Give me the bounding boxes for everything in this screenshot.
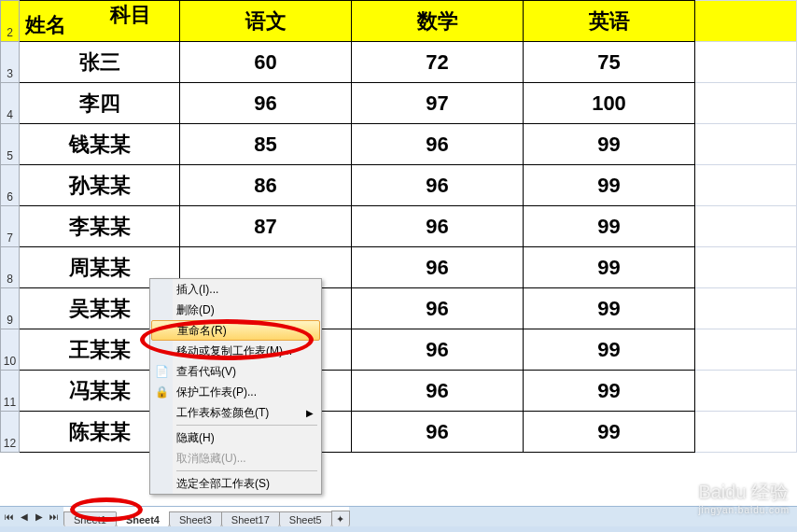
cell-name[interactable]: 李四 bbox=[20, 83, 180, 124]
sheet-tab[interactable]: Sheet5 bbox=[279, 511, 332, 527]
cell-value[interactable]: 96 bbox=[352, 247, 524, 288]
cell-value[interactable]: 85 bbox=[180, 124, 352, 165]
empty-cell[interactable] bbox=[695, 1, 797, 42]
row-header[interactable]: 11 bbox=[1, 371, 20, 412]
menu-label: 查看代码(V) bbox=[176, 364, 236, 380]
menu-item-rename[interactable]: 重命名(R) bbox=[151, 320, 320, 341]
worksheet-grid[interactable]: 2 科目 姓名 语文 数学 英语 3 张三 60 72 75 4 李四 96 9… bbox=[0, 0, 797, 453]
cell-value[interactable]: 96 bbox=[352, 371, 524, 412]
cell-value[interactable]: 96 bbox=[352, 412, 524, 453]
menu-item-delete[interactable]: 删除(D) bbox=[150, 300, 321, 320]
empty-cell[interactable] bbox=[695, 206, 797, 247]
column-header-shuxue[interactable]: 数学 bbox=[352, 1, 524, 42]
menu-item-protect[interactable]: 🔒 保护工作表(P)... bbox=[150, 382, 321, 402]
cell-value[interactable]: 99 bbox=[524, 412, 695, 453]
empty-cell[interactable] bbox=[695, 288, 797, 329]
cell-value[interactable]: 87 bbox=[180, 206, 352, 247]
menu-label: 选定全部工作表(S) bbox=[176, 476, 270, 492]
empty-cell[interactable] bbox=[695, 329, 797, 371]
empty-cell[interactable] bbox=[695, 42, 797, 83]
tab-nav-next-icon[interactable]: ▶ bbox=[32, 510, 47, 525]
header-cell-diagonal[interactable]: 科目 姓名 bbox=[20, 1, 180, 42]
cell-value[interactable]: 99 bbox=[524, 288, 695, 329]
menu-item-view-code[interactable]: 📄 查看代码(V) bbox=[150, 361, 321, 382]
empty-cell[interactable] bbox=[695, 247, 797, 288]
empty-cell[interactable] bbox=[695, 83, 797, 124]
cell-name[interactable]: 钱某某 bbox=[20, 124, 180, 165]
cell-value[interactable]: 75 bbox=[524, 42, 695, 83]
sheet-tab-active[interactable]: Sheet4 bbox=[116, 511, 170, 527]
watermark-brand: Baidu 经验 bbox=[698, 482, 789, 502]
header-subject-label: 科目 bbox=[110, 1, 151, 29]
row-header[interactable]: 10 bbox=[1, 329, 20, 371]
menu-label: 保护工作表(P)... bbox=[176, 385, 257, 400]
sheet-tab[interactable]: Sheet1 bbox=[63, 511, 117, 527]
code-icon: 📄 bbox=[154, 364, 169, 379]
cell-value[interactable]: 99 bbox=[524, 371, 695, 412]
menu-label: 隐藏(H) bbox=[176, 430, 215, 446]
sheet-tab-context-menu: 插入(I)... 删除(D) 重命名(R) 移动或复制工作表(M)... 📄 查… bbox=[149, 278, 322, 495]
row-header[interactable]: 12 bbox=[1, 412, 20, 453]
empty-cell[interactable] bbox=[695, 124, 797, 165]
row-header[interactable]: 6 bbox=[1, 165, 20, 206]
tab-nav-last-icon[interactable]: ⏭ bbox=[47, 510, 62, 525]
menu-label: 移动或复制工作表(M)... bbox=[176, 343, 292, 359]
row-header[interactable]: 8 bbox=[1, 247, 20, 288]
column-header-yingyu[interactable]: 英语 bbox=[524, 1, 695, 42]
menu-item-unhide: 取消隐藏(U)... bbox=[150, 448, 321, 469]
empty-cell[interactable] bbox=[695, 412, 797, 453]
cell-value[interactable]: 100 bbox=[524, 83, 695, 124]
cell-name[interactable]: 张三 bbox=[20, 42, 180, 83]
new-sheet-tab-icon[interactable]: ✦ bbox=[331, 511, 350, 527]
cell-value[interactable]: 96 bbox=[352, 206, 524, 247]
cell-value[interactable]: 97 bbox=[352, 83, 524, 124]
cell-value[interactable]: 96 bbox=[352, 329, 524, 371]
sheet-tab[interactable]: Sheet17 bbox=[221, 511, 280, 527]
menu-item-hide[interactable]: 隐藏(H) bbox=[150, 427, 321, 448]
row-header[interactable]: 3 bbox=[1, 42, 20, 83]
sheet-tabs: Sheet1 Sheet4 Sheet3 Sheet17 Sheet5 ✦ bbox=[63, 507, 349, 526]
cell-value[interactable]: 96 bbox=[352, 288, 524, 329]
menu-label: 删除(D) bbox=[176, 302, 215, 318]
menu-item-move-copy[interactable]: 移动或复制工作表(M)... bbox=[150, 341, 321, 361]
column-header-yuwen[interactable]: 语文 bbox=[180, 1, 352, 42]
menu-separator bbox=[176, 425, 317, 426]
cell-value[interactable]: 99 bbox=[524, 329, 695, 371]
cell-value[interactable]: 60 bbox=[180, 42, 352, 83]
cell-value[interactable]: 86 bbox=[180, 165, 352, 206]
cell-value[interactable]: 96 bbox=[180, 83, 352, 124]
sheet-tab[interactable]: Sheet3 bbox=[169, 511, 222, 527]
status-bar bbox=[0, 526, 797, 532]
cell-value[interactable]: 99 bbox=[524, 124, 695, 165]
row-header[interactable]: 2 bbox=[1, 1, 20, 42]
cell-value[interactable]: 96 bbox=[352, 124, 524, 165]
menu-label: 重命名(R) bbox=[177, 323, 227, 339]
row-header[interactable]: 9 bbox=[1, 288, 20, 329]
row-header[interactable]: 7 bbox=[1, 206, 20, 247]
tab-nav-first-icon[interactable]: ⏮ bbox=[2, 510, 17, 525]
cell-value[interactable]: 96 bbox=[352, 165, 524, 206]
tab-nav-buttons: ⏮ ◀ ▶ ⏭ bbox=[0, 510, 63, 525]
row-header[interactable]: 5 bbox=[1, 124, 20, 165]
header-name-label: 姓名 bbox=[25, 11, 66, 39]
menu-item-select-all[interactable]: 选定全部工作表(S) bbox=[150, 473, 321, 494]
menu-label: 插入(I)... bbox=[176, 282, 218, 298]
menu-label: 工作表标签颜色(T) bbox=[176, 405, 269, 421]
lock-icon: 🔒 bbox=[154, 385, 169, 399]
cell-name[interactable]: 李某某 bbox=[20, 206, 180, 247]
cell-value[interactable]: 99 bbox=[524, 206, 695, 247]
row-header[interactable]: 4 bbox=[1, 83, 20, 124]
cell-value[interactable]: 72 bbox=[352, 42, 524, 83]
cell-value[interactable]: 99 bbox=[524, 165, 695, 206]
cell-value[interactable]: 99 bbox=[524, 247, 695, 288]
empty-cell[interactable] bbox=[695, 371, 797, 412]
tab-nav-prev-icon[interactable]: ◀ bbox=[17, 510, 32, 525]
menu-item-insert[interactable]: 插入(I)... bbox=[150, 279, 321, 300]
sheet-tab-bar: ⏮ ◀ ▶ ⏭ Sheet1 Sheet4 Sheet3 Sheet17 She… bbox=[0, 506, 797, 526]
menu-item-tab-color[interactable]: 工作表标签颜色(T) ▶ bbox=[150, 402, 321, 423]
cell-name[interactable]: 孙某某 bbox=[20, 165, 180, 206]
empty-cell[interactable] bbox=[695, 165, 797, 206]
menu-label: 取消隐藏(U)... bbox=[176, 451, 246, 467]
submenu-arrow-icon: ▶ bbox=[306, 408, 314, 418]
menu-separator bbox=[176, 470, 317, 471]
